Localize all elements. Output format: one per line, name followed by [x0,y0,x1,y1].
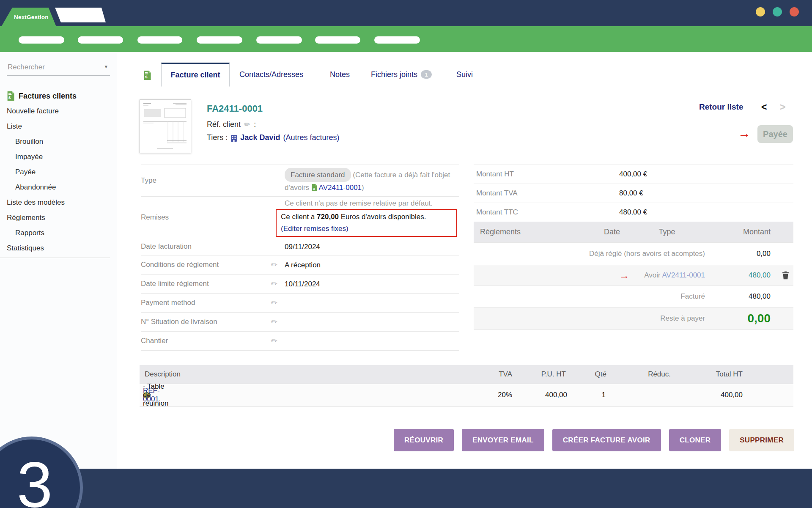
lines-header-tva: TVA [499,365,512,384]
lines-header-description: Description [145,365,181,384]
remaining-label: Reste à payer [660,314,705,323]
remises-label: Remises [141,213,169,222]
invoice-number: FA2411-0001 [207,103,263,114]
editer-remises-fixes-link[interactable]: (Editer remises fixes) [281,223,452,235]
nav-menu-placeholder[interactable] [374,36,420,44]
sidebar-item-rapports[interactable]: Rapports [0,225,117,241]
tab-suivi[interactable]: Suivi [456,63,473,86]
nav-menu-placeholder[interactable] [137,36,182,44]
tiers-name-link[interactable]: Jack David [240,133,280,142]
date-facturation-label: Date facturation [141,242,192,251]
situation-livraison-label: N° Situation de livraison [141,318,217,326]
edit-pencil-icon[interactable]: ✏ [244,120,250,129]
credit-note-payment-ref-link[interactable]: AV2411-0001 [662,271,705,279]
delete-trash-icon[interactable] [782,272,789,280]
credit-note-doc-icon: x [311,184,317,191]
lines-header-total-ht: Total HT [716,365,743,384]
invoice-thumbnail[interactable] [140,99,191,153]
chevron-down-icon[interactable]: ▾ [104,63,107,70]
conditions-reglement-value: A réception [285,259,459,271]
lines-header-pu-ht: P.U. HT [541,365,566,384]
edit-pencil-icon[interactable]: ✏ [271,336,277,346]
svg-text:$: $ [145,74,148,79]
retour-liste-link[interactable]: Retour liste [699,102,743,112]
tab-fichiers-joints[interactable]: Fichiers joints 1 [371,63,432,86]
facture-standard-badge: Facture standard [285,168,351,182]
edit-pencil-icon[interactable]: ✏ [271,260,277,269]
montant-tva-value: 80,00 € [619,189,643,198]
svg-text:x: x [313,187,315,191]
conditions-reglement-label: Conditions de règlement [141,261,219,269]
sidebar-item-reglements[interactable]: Règlements [0,210,117,225]
sidebar-item-impayee[interactable]: Impayée [0,149,117,165]
payments-header-reglements: Règlements [480,222,521,242]
window-minimize-button[interactable] [756,7,765,16]
cloner-button[interactable]: CLONER [669,429,721,451]
lines-header-qte: Qté [595,365,606,384]
chantier-label: Chantier [141,337,168,345]
already-paid-row: Déjà réglé (hors avoirs et acomptes) 0,0… [474,242,793,265]
envoyer-email-button[interactable]: ENVOYER EMAIL [462,429,544,451]
invoice-details-table: Type Facture standard (Cette facture a d… [141,165,459,351]
credit-note-ref-link[interactable]: AV2411-0001 [319,184,362,192]
action-buttons-bar: RÉOUVRIR ENVOYER EMAIL CRÉER FACTURE AVO… [140,429,794,451]
reouvrir-button[interactable]: RÉOUVRIR [394,429,454,451]
edit-pencil-icon[interactable]: ✏ [271,317,277,327]
prev-invoice-chevron-icon[interactable]: < [761,102,767,113]
sidebar-item-nouvelle-facture[interactable]: Nouvelle facture [0,104,117,119]
nav-menu-placeholder[interactable] [19,36,64,44]
autres-factures-link[interactable]: (Autres factures) [283,133,339,142]
nav-menu-placeholder[interactable] [315,36,360,44]
credit-available-text: Ce client a 720,00 Euros d'avoirs dispon… [281,211,452,223]
tab-contacts-adresses[interactable]: Contacts/Adresses [239,63,303,86]
lines-header-reduc: Réduc. [648,365,671,384]
payment-method-row: Payment method ✏ [141,293,459,312]
billed-value: 480,00 [749,292,771,301]
annotation-arrow-icon: → [619,269,629,281]
sidebar-item-abandonnee[interactable]: Abandonnée [0,180,117,195]
date-limite-value: 10/11/2024 [285,278,459,290]
main-nav-bar [0,26,812,52]
nav-menu-placeholder[interactable] [197,36,242,44]
sidebar-divider [0,258,110,258]
sidebar-section-header[interactable]: $ Factures clients [7,90,77,102]
supprimer-button[interactable]: SUPPRIMER [729,429,794,451]
invoice-preview-sketch [140,100,190,152]
creer-facture-avoir-button[interactable]: CRÉER FACTURE AVOIR [552,429,661,451]
billed-label: Facturé [680,292,705,301]
credit-note-payment-row: → Avoir AV2411-0001 480,00 [474,265,793,286]
credit-note-payment-value: 480,00 [749,271,771,280]
montant-tva-label: Montant TVA [476,189,518,198]
edit-pencil-icon[interactable]: ✏ [271,279,277,288]
line-tva-value: 20% [498,384,512,406]
nav-menu-placeholder[interactable] [78,36,123,44]
nav-menu-placeholder[interactable] [256,36,302,44]
sidebar-item-liste-des-modeles[interactable]: Liste des modèles [0,195,117,210]
product-description: - Table de réuinion [143,384,168,406]
date-limite-row: Date limite règlement ✏ 10/11/2024 [141,274,459,293]
remaining-row: Reste à payer 0,00 [474,307,793,330]
edit-pencil-icon[interactable]: ✏ [271,298,277,308]
payment-method-label: Payment method [141,299,195,307]
sidebar-item-statistiques[interactable]: Statistiques [0,241,117,256]
sidebar-section-title: Factures clients [19,92,77,101]
sidebar-item-brouillon[interactable]: Brouillon [0,134,117,149]
search-input[interactable] [7,59,93,75]
sidebar-item-payee[interactable]: Payée [0,165,117,180]
tab-facture-client[interactable]: Facture client [161,63,230,87]
line-description-cell: REF-0001 - Table de réuinion [143,384,150,406]
tab-notes[interactable]: Notes [330,63,350,86]
remaining-value: 0,00 [748,312,771,325]
window-maximize-button[interactable] [773,7,782,16]
next-invoice-chevron-icon[interactable]: > [780,102,785,113]
payments-header-type: Type [654,222,680,242]
invoice-icon: $ [7,91,14,101]
sidebar-item-liste[interactable]: Liste [0,119,117,134]
date-limite-label: Date limite règlement [141,280,209,288]
credit-available-highlight-box: Ce client a 720,00 Euros d'avoirs dispon… [276,209,457,237]
sidebar-search[interactable]: ▾ [7,59,110,76]
note-close-paren: ) [362,184,364,192]
window-close-button[interactable] [790,7,799,16]
remises-row: Remises Ce client n'a pas de remise rela… [141,196,459,238]
montant-ttc-row: Montant TTC 480,00 € [474,203,793,222]
